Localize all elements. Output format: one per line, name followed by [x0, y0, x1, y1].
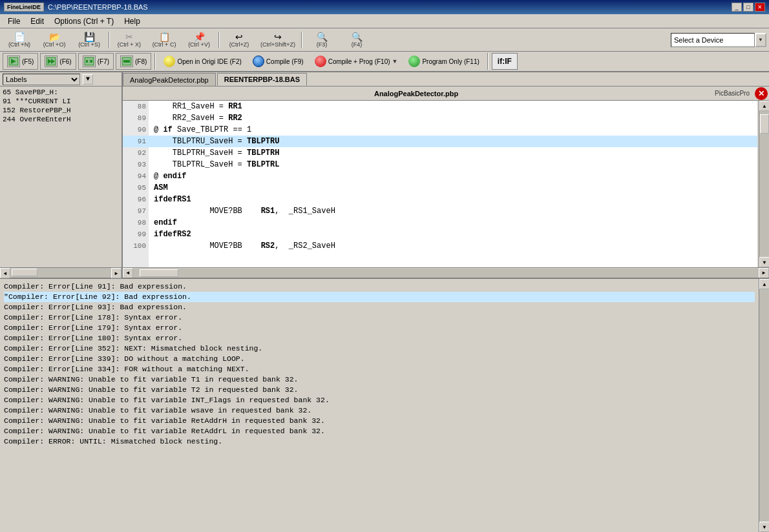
line-number: 98	[123, 217, 149, 229]
output-line: Compiler: Error[Line 339]: DO without a …	[4, 354, 755, 364]
code-line[interactable]: @ endif	[149, 170, 757, 182]
output-vscroll-up[interactable]: ▲	[759, 279, 769, 289]
editor-close-button[interactable]: ✕	[755, 87, 768, 100]
compile-icon	[253, 56, 264, 67]
redo-button[interactable]: ↪ (Ctrl+Shift+Z)	[257, 30, 299, 50]
output-line: Compiler: WARNING: Unable to fit variabl…	[4, 395, 755, 405]
left-hscroll-right[interactable]: ►	[111, 268, 121, 278]
undo-button[interactable]: ↩ (Ctrl+Z)	[222, 30, 256, 50]
f8-icon-box	[120, 56, 133, 67]
save-button[interactable]: 💾 (Ctrl +S)	[72, 30, 106, 50]
code-line[interactable]: ifdef RS1	[149, 194, 757, 205]
find-next-button[interactable]: 🔍 (F4)	[340, 30, 374, 50]
code-line[interactable]: MOVE?BB RS1, _RS1_SaveH	[149, 205, 757, 217]
svg-rect-9	[123, 60, 130, 63]
compile-prog-button[interactable]: Compile + Prog (F10) ▼	[310, 53, 403, 70]
output-line: Compiler: ERROR: UNTIL: Mismatched block…	[4, 436, 755, 447]
line-number: 90	[123, 124, 149, 136]
f5-button[interactable]: (F5)	[3, 53, 38, 70]
label-dropdown-arrow[interactable]: ▼	[83, 74, 93, 85]
vscroll-thumb[interactable]	[760, 114, 769, 134]
title-path: C:\PBP\REENTERPBP-18.BAS	[48, 3, 732, 11]
output-line: Compiler: Error[Line 352]: NEXT: Mismatc…	[4, 343, 755, 354]
f8-button[interactable]: (F8)	[116, 53, 151, 70]
f6-button[interactable]: (F6)	[40, 53, 76, 70]
find-button[interactable]: 🔍 (F3)	[305, 30, 339, 50]
device-dropdown-button[interactable]: ▼	[755, 33, 766, 47]
menu-file[interactable]: File	[3, 15, 25, 27]
open-button[interactable]: 📂 (Ctrl +O)	[37, 30, 71, 50]
label-item[interactable]: 65 SavePBP_H:	[1, 88, 120, 97]
left-hscroll-track[interactable]	[10, 268, 111, 278]
editor-vscroll[interactable]: ▲ ▼	[759, 101, 769, 267]
open-orig-button[interactable]: Open in Origi IDE (F2)	[159, 53, 246, 70]
maximize-button[interactable]: □	[743, 3, 753, 12]
output-vscroll-track[interactable]	[759, 289, 769, 522]
app-logo: FineLineIDE	[4, 3, 44, 12]
line-number: 91	[123, 136, 149, 147]
new-button[interactable]: 📄 (Ctrl +N)	[3, 30, 36, 50]
cut-button[interactable]: ✂ (Ctrl + X)	[112, 30, 146, 50]
copy-icon: 📋	[159, 32, 170, 41]
copy-button[interactable]: 📋 (Ctrl + C)	[147, 30, 181, 50]
left-hscroll-left[interactable]: ◄	[0, 268, 10, 278]
label-item[interactable]: 152 RestorePBP_H	[1, 106, 120, 115]
output-vscroll[interactable]: ▲ ▼	[759, 279, 769, 532]
open-orig-label: Open in Origi IDE (F2)	[177, 58, 241, 65]
paste-button[interactable]: 📌 (Ctrl +V)	[182, 30, 216, 50]
f5-icon-box	[7, 56, 20, 67]
menu-edit[interactable]: Edit	[25, 15, 49, 27]
code-line[interactable]: RR1_SaveH = RR1	[149, 101, 757, 112]
output-vscroll-down[interactable]: ▼	[759, 522, 769, 532]
code-line[interactable]: RR2_SaveH = RR2	[149, 112, 757, 124]
vscroll-up[interactable]: ▲	[759, 101, 769, 111]
label-item[interactable]: 244 OverReEnterH	[1, 115, 120, 124]
line-numbers: 888990919293949596979899100	[123, 101, 149, 267]
tab-analog-peak[interactable]: AnalogPeakDetector.pbp	[123, 73, 216, 86]
line-number: 93	[123, 159, 149, 170]
device-input[interactable]	[671, 33, 755, 47]
hscroll-right[interactable]: ►	[759, 268, 769, 278]
code-line[interactable]: MOVE?BB RS2, _RS2_SaveH	[149, 240, 757, 252]
sep-t2-1	[154, 53, 156, 70]
code-line[interactable]: TBLPTRH_SaveH = TBLPTRH	[149, 147, 757, 159]
dropdown-arrow-icon: ▼	[759, 37, 763, 43]
labels-dropdown[interactable]: Labels	[3, 74, 80, 85]
code-editor[interactable]: 888990919293949596979899100 RR1_SaveH = …	[123, 101, 769, 278]
vscroll-track[interactable]	[759, 111, 769, 257]
redo-icon: ↪	[274, 32, 282, 41]
code-line[interactable]: ASM	[149, 182, 757, 194]
code-line[interactable]: endif	[149, 217, 757, 229]
undo-label: (Ctrl+Z)	[229, 41, 249, 48]
if-label-button[interactable]: if:IF	[492, 53, 518, 70]
compile-prog-icon	[315, 56, 326, 67]
vscroll-down[interactable]: ▼	[759, 257, 769, 267]
compile-button[interactable]: Compile (F9)	[248, 53, 308, 70]
prog-only-button[interactable]: Program Only (F11)	[404, 53, 483, 70]
menu-options[interactable]: Options (Ctrl + T)	[49, 15, 119, 27]
f8-icon	[121, 57, 132, 66]
f7-button[interactable]: (F7)	[78, 53, 114, 70]
code-content[interactable]: RR1_SaveH = RR1 RR2_SaveH = RR2@ if Save…	[149, 101, 757, 267]
tabs-bar: AnalogPeakDetector.pbp REENTERPBP-18.BAS	[123, 72, 769, 87]
menu-help[interactable]: Help	[119, 15, 145, 27]
compile-prog-dropdown-icon[interactable]: ▼	[392, 58, 398, 65]
undo-icon: ↩	[235, 32, 243, 41]
code-line[interactable]: TBLPTRU_SaveH = TBLPTRU	[149, 136, 757, 147]
f7-icon-box	[83, 56, 96, 67]
output-content[interactable]: Compiler: Error[Line 91]: Bad expression…	[0, 279, 759, 532]
code-line[interactable]: @ if Save_TBLPTR == 1	[149, 124, 757, 136]
tab-reenter-pbp[interactable]: REENTERPBP-18.BAS	[217, 73, 307, 86]
compile-label: Compile (F9)	[266, 58, 304, 65]
label-item[interactable]: 91 ***CURRENT LI	[1, 97, 120, 106]
minimize-button[interactable]: _	[732, 3, 742, 12]
hscroll-left[interactable]: ◄	[123, 268, 133, 278]
code-line[interactable]: ifdef RS2	[149, 229, 757, 240]
hscroll-thumb[interactable]	[140, 269, 178, 277]
left-hscroll-thumb[interactable]	[12, 269, 37, 276]
open-orig-icon	[163, 56, 175, 67]
hscroll-track[interactable]	[133, 269, 759, 278]
copy-label: (Ctrl + C)	[153, 41, 176, 48]
close-button[interactable]: ✕	[755, 3, 765, 12]
code-line[interactable]: TBLPTRL_SaveH = TBLPTRL	[149, 159, 757, 170]
